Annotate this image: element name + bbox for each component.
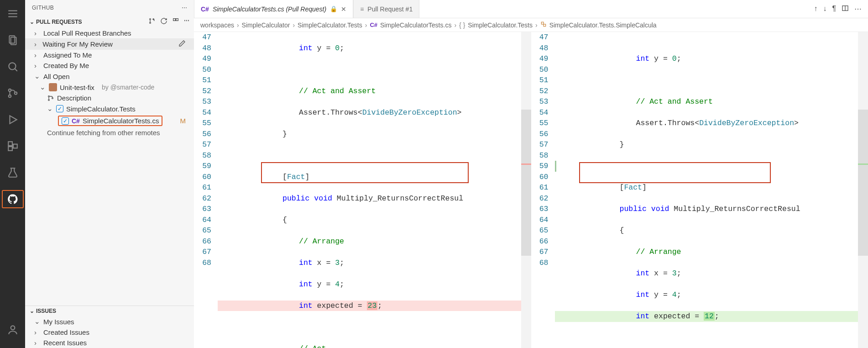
source-control-icon[interactable] [2,84,24,102]
create-pr-icon[interactable] [148,17,156,26]
minimap-left[interactable] [521,32,531,348]
tree-waiting-review[interactable]: › Waiting For My Review [25,38,194,50]
svg-point-16 [150,22,151,24]
activity-bar [0,0,25,348]
svg-rect-25 [544,24,546,26]
explorer-icon[interactable] [2,31,24,49]
csharp-icon: C# [370,21,377,28]
svg-rect-24 [541,22,544,24]
svg-point-20 [48,99,50,100]
svg-point-19 [48,95,50,97]
csharp-icon: C# [201,5,209,13]
tree-local-branches[interactable]: ›Local Pull Request Branches [25,28,194,38]
svg-line-6 [15,69,17,71]
code-left: int y = 0; // Act and Assert Assert.Thro… [218,32,531,348]
diff-original[interactable]: 4748495051525354555657585960616263646566… [194,32,531,348]
editor-area: C# SimpleCalculatorTests.cs (Pull Reques… [194,0,868,348]
split-icon[interactable] [842,5,849,14]
run-debug-icon[interactable] [2,111,24,129]
svg-marker-10 [10,116,16,123]
tree-assigned[interactable]: ›Assigned To Me [25,50,194,60]
arrow-up-icon[interactable]: ↑ [814,5,817,14]
sidebar-more-icon[interactable]: ⋯ [182,5,188,11]
search-icon[interactable] [2,58,24,76]
pull-requests-header[interactable]: ⌄PULL REQUESTS ⋯ [25,16,194,28]
tab-active[interactable]: C# SimpleCalculatorTests.cs (Pull Reques… [194,0,353,18]
github-icon[interactable] [2,190,24,208]
gutter-right: 4748495051525354555657585960616263646566… [531,32,555,348]
gutter-left: 4748495051525354555657585960616263646566… [194,32,218,348]
arrow-down-icon[interactable]: ↓ [823,5,826,14]
edit-icon[interactable] [178,40,186,48]
close-icon[interactable]: ✕ [341,5,346,13]
svg-rect-17 [173,19,176,21]
whitespace-icon[interactable]: ¶ [832,5,836,14]
lock-icon: 🔒 [330,5,337,12]
fetch-message[interactable]: Continue fetching from other remotes [25,127,194,138]
svg-point-21 [52,97,53,99]
issues-panel: ⌄ISSUES ⌄My Issues ›Created Issues ›Rece… [25,306,194,348]
sidebar-title-row: GITHUB ⋯ [25,0,194,16]
tree-my-issues[interactable]: ⌄My Issues [25,316,194,327]
menu-icon[interactable] [2,5,24,23]
svg-rect-13 [13,144,17,148]
svg-point-7 [8,89,10,91]
code-right: int y = 0; // Act and Assert Assert.Thro… [555,32,868,348]
refresh-icon[interactable] [160,17,167,26]
breadcrumb[interactable]: workspaces› SimpleCalculator› SimpleCalc… [194,18,868,32]
diff-modified[interactable]: 4748495051525354555657585960616263646566… [531,32,868,348]
svg-point-15 [150,19,151,20]
pr-tree: ›Local Pull Request Branches › Waiting F… [25,28,194,306]
checkbox-icon[interactable]: ✓ [62,117,69,125]
tree-project[interactable]: ⌄✓SimpleCalculator.Tests [25,103,194,114]
svg-rect-18 [176,19,178,21]
file-icon: ≡ [360,5,364,13]
namespace-icon: { } [459,21,465,29]
tab-bar: C# SimpleCalculatorTests.cs (Pull Reques… [194,0,868,18]
panel-more-icon[interactable]: ⋯ [184,17,189,26]
avatar [49,83,57,91]
tree-created[interactable]: ›Created By Me [25,60,194,71]
minimap-right[interactable] [858,32,868,348]
tree-pr-item[interactable]: ⌄Unit-test-fix by @smarter-code [25,82,194,93]
tree-all-open[interactable]: ⌄All Open [25,71,194,82]
diff-view: 4748495051525354555657585960616263646566… [194,32,868,348]
svg-point-9 [14,92,16,94]
tree-recent-issues[interactable]: ›Recent Issues [25,337,194,348]
svg-point-8 [8,95,10,97]
modified-badge: M [180,117,186,125]
tab-inactive[interactable]: ≡ Pull Request #1 [353,0,419,18]
svg-point-5 [9,63,16,69]
collapse-icon[interactable] [172,17,179,26]
tree-description[interactable]: Description [25,93,194,103]
tab-actions: ↑ ↓ ¶ ⋯ [814,5,868,14]
issues-header[interactable]: ⌄ISSUES [25,306,194,316]
sidebar: GITHUB ⋯ ⌄PULL REQUESTS ⋯ ›Local Pull Re… [25,0,194,348]
tree-file[interactable]: ✓C#SimpleCalculatorTests.cs M [25,114,194,127]
class-icon [540,21,547,29]
checkbox-icon[interactable]: ✓ [56,105,63,112]
testing-icon[interactable] [2,163,24,182]
svg-point-14 [10,326,15,330]
extensions-icon[interactable] [2,137,24,155]
svg-rect-11 [8,142,12,146]
svg-rect-12 [8,147,12,151]
sidebar-title: GITHUB [32,5,54,11]
tree-created-issues[interactable]: ›Created Issues [25,327,194,337]
more-icon[interactable]: ⋯ [854,5,862,14]
accounts-icon[interactable] [2,321,24,339]
csharp-icon: C# [72,117,80,125]
